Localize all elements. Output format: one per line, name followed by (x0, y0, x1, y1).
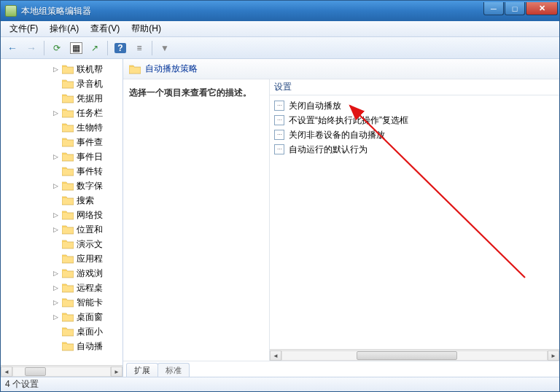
expander-icon[interactable]: ▷ (52, 211, 59, 219)
back-button[interactable]: ← (4, 39, 21, 57)
expander-icon[interactable]: ▷ (52, 66, 59, 73)
properties-button[interactable]: ▦ (67, 39, 85, 57)
refresh-button[interactable]: ⟳ (48, 39, 66, 57)
tree-item[interactable]: ▷网络投 (52, 208, 122, 222)
scroll-track[interactable] (12, 366, 111, 377)
tree-item[interactable]: 应用程 (52, 251, 122, 266)
expander-icon[interactable]: ▷ (52, 313, 59, 321)
tree-item[interactable]: ▷位置和 (52, 222, 122, 237)
back-icon: ← (7, 42, 18, 54)
tree-item[interactable]: ▷游戏浏 (52, 266, 122, 281)
tree-item[interactable]: 搜索 (52, 193, 122, 208)
tree-item[interactable]: ▷事件日 (52, 149, 122, 164)
filter-button[interactable]: ▼ (156, 39, 174, 57)
maximize-button[interactable]: □ (505, 2, 525, 15)
list-button[interactable]: ≡ (131, 39, 148, 57)
close-button[interactable]: ✕ (526, 2, 558, 15)
tree-pane: ▷联机帮录音机凭据用▷任务栏生物特事件查▷事件日事件转▷数字保搜索▷网络投▷位置… (1, 59, 123, 377)
expander-icon[interactable]: ▷ (52, 270, 59, 277)
app-icon (5, 5, 17, 17)
tree-label: 智能卡 (77, 297, 103, 309)
export-button[interactable]: ↗ (86, 39, 104, 57)
setting-item[interactable]: 关闭自动播放 (273, 98, 556, 113)
scroll-thumb[interactable] (357, 351, 457, 360)
tree-item[interactable]: 自动播 (52, 339, 122, 353)
scroll-track[interactable] (281, 350, 548, 361)
tree-label: 联机帮 (77, 63, 103, 76)
tree-item[interactable]: ▷数字保 (52, 179, 122, 193)
setting-item[interactable]: 自动运行的默认行为 (273, 142, 556, 157)
toolbar-separator (107, 41, 108, 55)
tree[interactable]: ▷联机帮录音机凭据用▷任务栏生物特事件查▷事件日事件转▷数字保搜索▷网络投▷位置… (1, 59, 122, 365)
tab-extended[interactable]: 扩展 (126, 363, 158, 377)
tree-item[interactable]: ▷智能卡 (52, 295, 122, 310)
export-icon: ↗ (91, 43, 98, 53)
tree-label: 远程桌 (77, 282, 103, 294)
settings-column: 设置 关闭自动播放不设置“始终执行此操作”复选框关闭非卷设备的自动播放自动运行的… (269, 79, 559, 361)
settings-list: 关闭自动播放不设置“始终执行此操作”复选框关闭非卷设备的自动播放自动运行的默认行… (270, 95, 559, 349)
menu-view[interactable]: 查看(V) (85, 21, 125, 36)
tree-item[interactable]: ▷联机帮 (52, 62, 122, 77)
folder-icon (62, 137, 74, 147)
window-icon: ▦ (70, 42, 82, 54)
forward-button[interactable]: → (23, 39, 40, 57)
tree-item[interactable]: ▷任务栏 (52, 106, 122, 120)
tree-h-scrollbar[interactable]: ◄ ► (1, 365, 122, 377)
setting-label: 关闭自动播放 (289, 100, 341, 112)
expander-icon[interactable]: ▷ (52, 153, 59, 160)
folder-icon (62, 254, 74, 264)
setting-item[interactable]: 不设置“始终执行此操作”复选框 (273, 113, 556, 128)
folder-icon (62, 268, 74, 278)
tree-label: 桌面小 (77, 326, 103, 338)
scroll-right-button[interactable]: ► (111, 366, 122, 377)
tree-item[interactable]: ▷桌面窗 (52, 310, 122, 324)
tree-item[interactable]: 事件转 (52, 164, 122, 179)
expander-icon[interactable]: ▷ (52, 299, 59, 306)
folder-icon (62, 224, 74, 235)
help-button[interactable]: ? (112, 39, 129, 57)
setting-label: 不设置“始终执行此操作”复选框 (289, 114, 408, 127)
tree-item[interactable]: 演示文 (52, 237, 122, 251)
toolbar: ← → ⟳ ▦ ↗ ? ≡ ▼ (1, 37, 559, 59)
minimize-button[interactable]: ─ (483, 2, 504, 15)
view-tabs: 扩展 标准 (123, 361, 559, 377)
settings-h-scrollbar[interactable]: ◄ ► (270, 349, 559, 361)
scroll-left-button[interactable]: ◄ (270, 350, 281, 361)
setting-item[interactable]: 关闭非卷设备的自动播放 (273, 128, 556, 142)
menu-file[interactable]: 文件(F) (4, 21, 44, 36)
expander-icon[interactable]: ▷ (52, 284, 59, 291)
tree-item[interactable]: 凭据用 (52, 91, 122, 106)
refresh-icon: ⟳ (53, 43, 61, 53)
menu-action[interactable]: 操作(A) (44, 21, 85, 36)
menubar: 文件(F) 操作(A) 查看(V) 帮助(H) (1, 21, 559, 37)
expander-icon[interactable]: ▷ (52, 109, 59, 117)
tree-item[interactable]: 事件查 (52, 135, 122, 149)
settings-header[interactable]: 设置 (270, 79, 559, 95)
setting-label: 自动运行的默认行为 (289, 144, 368, 156)
tree-item[interactable]: 生物特 (52, 120, 122, 135)
scroll-left-button[interactable]: ◄ (1, 366, 12, 377)
tree-label: 事件转 (77, 165, 103, 178)
menu-help[interactable]: 帮助(H) (125, 21, 167, 36)
tree-label: 生物特 (77, 122, 103, 134)
folder-icon (62, 341, 74, 351)
tree-item[interactable]: 录音机 (52, 77, 122, 91)
tree-item[interactable]: ▷远程桌 (52, 281, 122, 295)
scroll-right-button[interactable]: ► (548, 350, 559, 361)
titlebar[interactable]: 本地组策略编辑器 ─ □ ✕ (1, 1, 559, 21)
tree-label: 事件查 (77, 136, 103, 149)
policy-icon (274, 130, 284, 140)
toolbar-separator (152, 41, 152, 55)
folder-icon (62, 297, 74, 307)
forward-icon: → (26, 42, 36, 54)
body: ▷联机帮录音机凭据用▷任务栏生物特事件查▷事件日事件转▷数字保搜索▷网络投▷位置… (1, 59, 559, 377)
policy-icon (274, 101, 284, 111)
folder-icon (62, 64, 74, 74)
expander-icon[interactable]: ▷ (52, 182, 59, 189)
folder-icon (62, 93, 74, 103)
tab-standard[interactable]: 标准 (158, 363, 190, 377)
scroll-thumb[interactable] (25, 367, 46, 376)
expander-icon[interactable]: ▷ (52, 226, 59, 233)
app-window: 本地组策略编辑器 ─ □ ✕ 文件(F) 操作(A) 查看(V) 帮助(H) ←… (0, 0, 560, 392)
tree-item[interactable]: 桌面小 (52, 324, 122, 339)
